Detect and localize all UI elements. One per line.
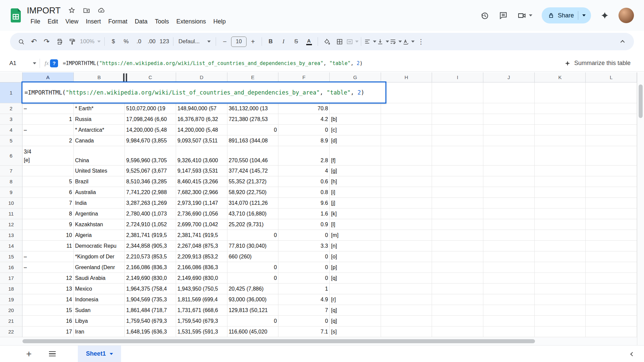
grid-cell[interactable]: 16 xyxy=(22,316,74,326)
grid-cell[interactable]: [f] xyxy=(330,146,381,166)
grid-cell[interactable] xyxy=(586,208,637,219)
grid-cell[interactable]: 7 xyxy=(278,305,330,316)
grid-cell[interactable] xyxy=(535,187,586,198)
grid-cell[interactable] xyxy=(535,305,586,316)
text-rotation-button[interactable] xyxy=(402,35,415,48)
grid-cell[interactable] xyxy=(381,198,432,208)
grid-cell[interactable] xyxy=(483,284,535,294)
grid-cell[interactable]: 7 xyxy=(22,198,74,208)
print-button[interactable] xyxy=(53,35,66,48)
grid-cell[interactable]: 0 xyxy=(227,230,279,241)
grid-cell[interactable]: [q] xyxy=(330,305,381,316)
grid-cell[interactable] xyxy=(535,326,586,337)
row-header-17[interactable]: 17 xyxy=(0,273,22,284)
horizontal-scrollbar-thumb[interactable] xyxy=(22,339,535,343)
grid-cell[interactable]: 2,724,910 (1,052 xyxy=(125,219,176,230)
grid-cell[interactable] xyxy=(535,198,586,208)
paint-format-button[interactable] xyxy=(66,35,78,48)
grid-cell[interactable]: 2,344,858 (905,3 xyxy=(125,241,176,251)
grid-cell[interactable]: – xyxy=(22,103,74,114)
grid-cell[interactable] xyxy=(432,262,483,273)
grid-cell[interactable]: 7.1 xyxy=(278,326,330,337)
all-sheets-menu-button[interactable] xyxy=(49,351,56,357)
grid-cell[interactable]: 13 xyxy=(22,284,74,294)
grid-cell[interactable]: 14,200,000 (5,48 xyxy=(176,125,227,135)
fill-color-button[interactable] xyxy=(320,35,333,48)
grid-cell[interactable]: 8.9 xyxy=(278,135,330,146)
grid-cell[interactable] xyxy=(432,114,483,125)
grid-cell[interactable]: 1,531,595 (591,3 xyxy=(176,326,227,337)
grid-cell[interactable] xyxy=(483,82,535,103)
grid-cell[interactable]: [j] xyxy=(330,198,381,208)
grid-cell[interactable] xyxy=(535,176,586,187)
grid-cell[interactable] xyxy=(586,316,637,326)
text-color-button[interactable]: A xyxy=(303,35,315,48)
grid-cell[interactable]: 43,710 (16,880) xyxy=(227,208,279,219)
column-header-J[interactable]: J xyxy=(483,72,535,82)
grid-cell[interactable] xyxy=(586,294,637,305)
format-currency-button[interactable]: $ xyxy=(107,35,120,48)
grid-cell[interactable]: 361,132,000 (13 xyxy=(227,103,279,114)
grid-cell[interactable] xyxy=(381,146,432,166)
grid-cell[interactable] xyxy=(381,208,432,219)
row-header-2[interactable]: 2 xyxy=(0,103,22,114)
grid-cell[interactable]: 1,861,484 (718,7 xyxy=(125,305,176,316)
grid-cell[interactable] xyxy=(483,187,535,198)
grid-cell[interactable] xyxy=(535,219,586,230)
menu-format[interactable]: Format xyxy=(105,17,131,26)
redo-button[interactable]: ↷ xyxy=(40,35,53,48)
font-size-input[interactable]: 10 xyxy=(231,37,247,47)
grid-cell[interactable]: 5 xyxy=(22,176,74,187)
grid-cell[interactable]: 15 xyxy=(22,305,74,316)
grid-cell[interactable] xyxy=(432,82,483,103)
more-tools-button[interactable]: ⋮ xyxy=(415,35,427,48)
grid-cell[interactable] xyxy=(483,208,535,219)
grid-cell[interactable]: 3,287,263 (1,269 xyxy=(125,198,176,208)
grid-cell[interactable] xyxy=(483,316,535,326)
vertical-scrollbar-thumb[interactable] xyxy=(639,84,643,118)
column-header-A[interactable]: A xyxy=(22,72,74,82)
grid-cell[interactable]: Argentina xyxy=(74,208,125,219)
row-header-7[interactable]: 7 xyxy=(0,166,22,176)
grid-cell[interactable] xyxy=(483,294,535,305)
column-header-F[interactable]: F xyxy=(278,72,330,82)
column-header-B[interactable]: B xyxy=(74,72,125,82)
grid-cell[interactable] xyxy=(535,284,586,294)
grid-cell[interactable] xyxy=(381,262,432,273)
grid-cell[interactable]: Democratic Repu xyxy=(74,241,125,251)
grid-cell[interactable] xyxy=(586,135,637,146)
row-header-20[interactable]: 20 xyxy=(0,305,22,316)
grid-cell[interactable]: Iran xyxy=(74,326,125,337)
grid-cell[interactable] xyxy=(586,166,637,176)
grid-cell[interactable] xyxy=(330,103,381,114)
grid-cell[interactable] xyxy=(586,326,637,337)
cell-editor[interactable]: =IMPORTHTML("https://en.wikipedia.org/wi… xyxy=(21,81,386,104)
grid-cell[interactable]: 2,209,913 (853,2 xyxy=(176,251,227,262)
column-resize-indicator[interactable] xyxy=(122,73,128,81)
grid-cell[interactable]: 1,731,671 (668,6 xyxy=(176,305,227,316)
grid-cell[interactable]: [p] xyxy=(330,262,381,273)
number-format-button[interactable]: 123 xyxy=(158,35,171,48)
grid-cell[interactable]: 891,163 (344,08 xyxy=(227,135,279,146)
side-panel-toggle-button[interactable] xyxy=(631,351,634,357)
grid-cell[interactable]: [h] xyxy=(330,176,381,187)
grid-cell[interactable] xyxy=(330,284,381,294)
row-header-9[interactable]: 9 xyxy=(0,187,22,198)
grid-cell[interactable] xyxy=(586,273,637,284)
search-button[interactable] xyxy=(15,35,28,48)
increase-decimal-button[interactable]: .00 xyxy=(145,35,158,48)
row-header-11[interactable]: 11 xyxy=(0,208,22,219)
grid-cell[interactable]: 2,166,086 (836,3 xyxy=(176,262,227,273)
name-box[interactable]: A1 xyxy=(0,60,40,67)
grid-cell[interactable] xyxy=(535,208,586,219)
grid-cell[interactable]: 20,425 (7,886) xyxy=(227,284,279,294)
grid-cell[interactable]: 9,984,670 (3,855 xyxy=(125,135,176,146)
grid-cell[interactable] xyxy=(432,305,483,316)
column-header-G[interactable]: G xyxy=(330,72,381,82)
grid-cell[interactable]: Russia xyxy=(74,114,125,125)
grid-cell[interactable]: [r] xyxy=(330,294,381,305)
grid-cell[interactable]: – xyxy=(22,262,74,273)
grid-cell[interactable]: 0.9 xyxy=(278,219,330,230)
grid-cell[interactable]: 377,424 (145,72 xyxy=(227,166,279,176)
grid-cell[interactable]: [q] xyxy=(330,273,381,284)
